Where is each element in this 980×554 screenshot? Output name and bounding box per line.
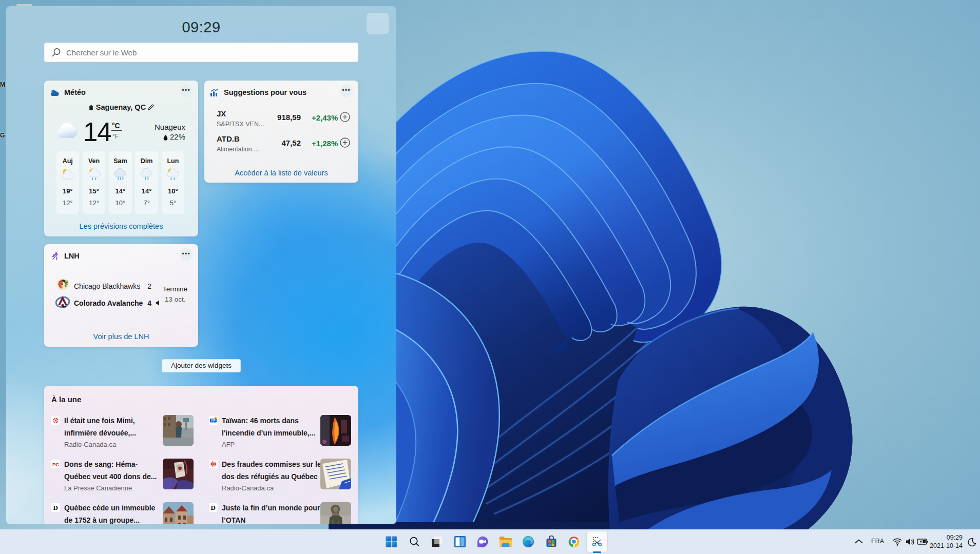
svg-text:D: D: [53, 504, 58, 511]
svg-text:PC: PC: [52, 462, 59, 467]
svg-text:D: D: [211, 504, 216, 511]
